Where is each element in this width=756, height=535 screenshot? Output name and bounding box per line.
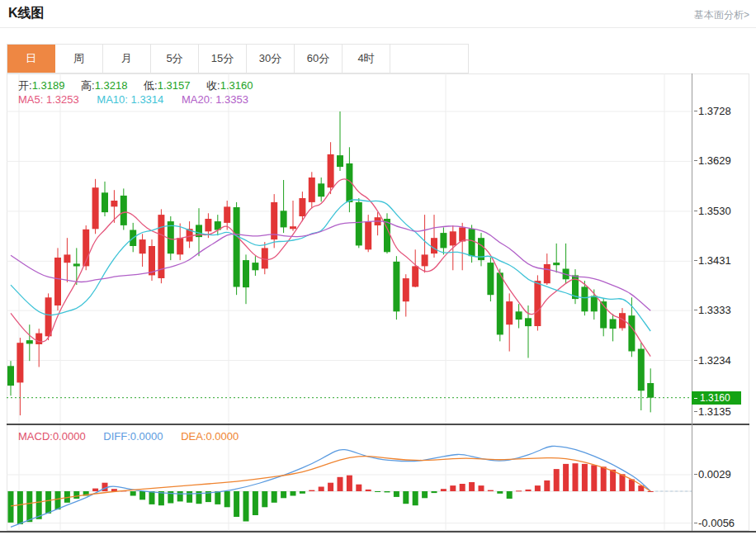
y-axis-label: 1.3728: [698, 105, 731, 117]
y-axis-label: 1.3333: [698, 304, 731, 316]
fundamental-analysis-link[interactable]: 基本面分析>: [694, 8, 749, 22]
main-candlestick-chart[interactable]: [7, 73, 692, 425]
open-value: 1.3189: [32, 79, 65, 92]
macd-value: 0.0000: [53, 430, 86, 443]
ma-legend: MA5: 1.3253 MA10: 1.3314 MA20: 1.3353: [18, 93, 248, 106]
tab-month[interactable]: 月: [103, 45, 151, 73]
open-label: 开:: [18, 79, 32, 92]
high-value: 1.3218: [95, 79, 128, 92]
y-axis-label: 1.3530: [698, 205, 731, 217]
period-tab-bar: 日 周 月 5分 15分 30分 60分 4时: [7, 44, 469, 73]
ma20-value: 1.3353: [215, 93, 248, 106]
ma5-value: 1.3253: [46, 93, 79, 106]
header-divider: [0, 27, 756, 28]
panel-divider: [7, 424, 749, 425]
ma10-line: [11, 200, 650, 331]
dea-label: DEA:: [181, 430, 206, 443]
low-label: 低:: [144, 79, 158, 92]
high-label: 高:: [81, 79, 95, 92]
diff-value: 0.0000: [130, 430, 163, 443]
y-axis-label: -0.0056: [698, 517, 735, 529]
tab-bar-filler: [390, 45, 468, 73]
chart-bottom-border: [0, 531, 756, 533]
ma20-line: [11, 221, 650, 310]
macd-label: MACD:: [18, 430, 53, 443]
close-value: 1.3160: [220, 79, 253, 92]
page-title: K线图: [8, 5, 45, 22]
tab-30min[interactable]: 30分: [247, 45, 295, 73]
grid-layer: [7, 73, 692, 425]
ma10-value: 1.3314: [131, 93, 164, 106]
tab-5min[interactable]: 5分: [151, 45, 199, 73]
tab-week[interactable]: 周: [55, 45, 103, 73]
low-value: 1.3157: [158, 79, 191, 92]
y-axis: 1.37281.36291.35301.34311.33331.32341.31…: [692, 73, 749, 531]
ma5-label: MA5:: [18, 93, 46, 106]
close-label: 收:: [206, 79, 220, 92]
last-price-tag: 1.3160: [692, 391, 741, 405]
tab-day[interactable]: 日: [7, 45, 55, 73]
y-axis-label: 1.3431: [698, 254, 731, 267]
tab-15min[interactable]: 15分: [199, 45, 247, 73]
tab-4hour[interactable]: 4时: [343, 45, 390, 73]
diff-label: DIFF:: [103, 430, 130, 443]
macd-legend: MACD:0.0000 DIFF:0.0000 DEA:0.0000: [18, 430, 239, 443]
macd-histogram-layer: [8, 463, 654, 524]
ohlc-legend: 开:1.3189 高:1.3218 低:1.3157 收:1.3160: [18, 78, 266, 93]
ma10-label: MA10:: [97, 93, 130, 106]
ma20-label: MA20:: [182, 93, 215, 106]
y-axis-label: 1.3234: [698, 354, 731, 367]
candles-layer: [7, 111, 654, 415]
dea-value: 0.0000: [206, 430, 239, 443]
y-axis-label: 1.3629: [698, 154, 731, 167]
tab-60min[interactable]: 60分: [295, 45, 343, 73]
y-axis-label: 1.3135: [698, 405, 731, 418]
y-axis-label: 0.0029: [698, 468, 731, 481]
